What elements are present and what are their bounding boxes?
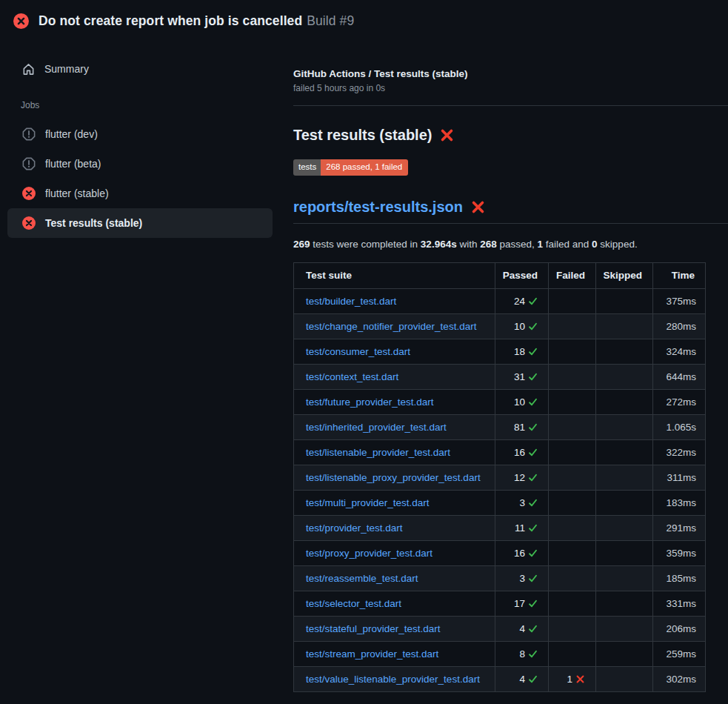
check-icon — [528, 674, 538, 684]
test-suite-cell: test/change_notifier_provider_test.dart — [294, 313, 495, 339]
check-icon — [528, 347, 538, 356]
check-icon — [528, 574, 538, 583]
time-cell: 644ms — [653, 364, 706, 389]
passed-cell: 11 — [495, 515, 549, 540]
time-cell: 322ms — [653, 439, 706, 465]
test-suite-cell: test/inherited_provider_test.dart — [294, 414, 495, 439]
x-circle-icon — [22, 187, 36, 200]
passed-count: 81 — [514, 422, 525, 433]
failed-cell — [549, 339, 596, 364]
test-suite-link[interactable]: test/listenable_proxy_provider_test.dart — [306, 472, 481, 483]
sidebar-item-summary[interactable]: Summary — [0, 54, 281, 84]
summary-segment: with — [457, 239, 481, 250]
test-suite-cell: test/listenable_proxy_provider_test.dart — [294, 465, 495, 490]
section-title: Test results (stable) — [293, 127, 432, 144]
report-file-link[interactable]: reports/test-results.json — [293, 199, 463, 216]
passed-count: 31 — [514, 371, 525, 382]
test-suite-cell: test/selector_test.dart — [294, 591, 495, 616]
time-cell: 375ms — [653, 288, 706, 313]
failed-cell — [549, 591, 596, 616]
failed-cell — [549, 439, 596, 465]
jobs-heading: Jobs — [0, 100, 281, 110]
test-suite-link[interactable]: test/context_test.dart — [306, 371, 398, 382]
test-suite-link[interactable]: test/multi_provider_test.dart — [306, 497, 430, 508]
skipped-cell — [596, 565, 653, 591]
test-suite-link[interactable]: test/inherited_provider_test.dart — [306, 422, 447, 433]
test-suite-link[interactable]: test/change_notifier_provider_test.dart — [306, 321, 476, 332]
check-icon — [528, 473, 538, 482]
skipped-cell — [596, 515, 653, 540]
failed-cell — [549, 465, 596, 490]
passed-cell: 12 — [495, 465, 549, 490]
breadcrumb: GitHub Actions / Test results (stable) — [293, 68, 728, 79]
test-suite-link[interactable]: test/future_provider_test.dart — [306, 396, 434, 408]
test-suite-link[interactable]: test/listenable_provider_test.dart — [306, 447, 450, 458]
passed-count: 10 — [514, 396, 525, 408]
table-row: test/stream_provider_test.dart8 259ms — [294, 641, 706, 666]
failed-count: 1 — [567, 674, 572, 685]
test-suite-link[interactable]: test/selector_test.dart — [306, 598, 401, 609]
passed-count: 16 — [514, 548, 525, 559]
sidebar-job-item-3[interactable]: Test results (stable) — [7, 208, 273, 238]
time-cell: 259ms — [653, 641, 706, 666]
table-row: test/listenable_proxy_provider_test.dart… — [294, 465, 706, 490]
time-cell: 302ms — [653, 666, 706, 691]
test-suite-link[interactable]: test/provider_test.dart — [306, 522, 403, 534]
passed-cell: 18 — [495, 339, 549, 364]
test-suite-cell: test/listenable_provider_test.dart — [294, 439, 495, 465]
table-row: test/stateful_provider_test.dart4 206ms — [294, 616, 706, 641]
test-suite-link[interactable]: test/proxy_provider_test.dart — [306, 548, 433, 559]
test-suite-link[interactable]: test/consumer_test.dart — [306, 346, 410, 357]
test-suite-link[interactable]: test/stream_provider_test.dart — [306, 648, 438, 660]
page-title: Do not create report when job is cancell… — [39, 13, 354, 29]
passed-cell: 4 — [495, 616, 549, 641]
column-header-test-suite: Test suite — [294, 262, 495, 288]
test-suite-link[interactable]: test/reassemble_test.dart — [306, 573, 418, 584]
summary-segment: 32.964s — [421, 239, 457, 250]
test-suite-cell: test/builder_test.dart — [294, 288, 495, 313]
x-mark-icon — [575, 674, 585, 684]
test-results-table: Test suitePassedFailedSkippedTime test/b… — [293, 262, 706, 692]
jobs-sidebar: Summary Jobs flutter (dev) flutter (beta… — [0, 42, 281, 238]
x-circle-icon — [22, 216, 36, 230]
passed-count: 4 — [519, 623, 525, 634]
test-suite-cell: test/provider_test.dart — [294, 515, 495, 540]
table-row: test/reassemble_test.dart3 185ms — [294, 565, 706, 591]
test-suite-link[interactable]: test/stateful_provider_test.dart — [306, 623, 441, 634]
check-icon — [528, 548, 538, 558]
skipped-cell — [596, 540, 653, 565]
test-suite-link[interactable]: test/value_listenable_provider_test.dart — [306, 674, 480, 685]
passed-count: 10 — [514, 321, 525, 332]
x-circle-icon — [13, 13, 29, 29]
badge-label: tests — [293, 159, 321, 176]
sidebar-job-item-1[interactable]: flutter (beta) — [7, 149, 273, 179]
failed-cell — [549, 313, 596, 339]
job-label: flutter (dev) — [45, 128, 98, 140]
summary-segment: 0 — [592, 239, 598, 250]
table-row: test/proxy_provider_test.dart16 359ms — [294, 540, 706, 565]
passed-cell: 24 — [495, 288, 549, 313]
column-header-time: Time — [653, 262, 706, 288]
table-row: test/selector_test.dart17 331ms — [294, 591, 706, 616]
sidebar-job-item-2[interactable]: flutter (stable) — [7, 179, 273, 208]
passed-cell: 10 — [495, 313, 549, 339]
check-icon — [528, 523, 538, 533]
failed-cell: 1 — [549, 666, 596, 691]
sidebar-job-item-0[interactable]: flutter (dev) — [7, 119, 273, 149]
cross-mark-icon — [440, 128, 454, 142]
table-row: test/future_provider_test.dart10 272ms — [294, 389, 706, 414]
failed-cell — [549, 288, 596, 313]
failed-cell — [549, 616, 596, 641]
skipped-cell — [596, 439, 653, 465]
test-suite-link[interactable]: test/builder_test.dart — [306, 296, 396, 307]
failed-cell — [549, 364, 596, 389]
passed-cell: 10 — [495, 389, 549, 414]
check-icon — [528, 498, 538, 508]
time-cell: 183ms — [653, 490, 706, 515]
failed-cell — [549, 540, 596, 565]
time-cell: 185ms — [653, 565, 706, 591]
passed-count: 24 — [514, 296, 525, 307]
summary-segment: passed, — [497, 239, 538, 250]
check-icon — [528, 372, 538, 382]
skipped-cell — [596, 313, 653, 339]
